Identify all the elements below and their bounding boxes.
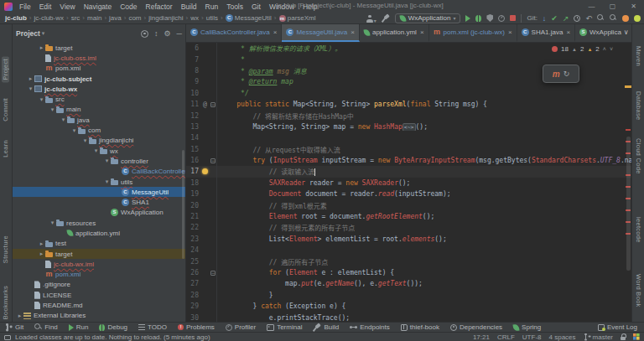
project-panel-title[interactable]: Project bbox=[16, 29, 40, 38]
plugin-orange-icon[interactable] bbox=[622, 15, 629, 22]
readonly-lock-icon[interactable] bbox=[621, 337, 626, 341]
tree-item-MessageUtil[interactable]: MessageUtil bbox=[13, 187, 185, 197]
toolwindow-button-terminal[interactable]: Terminal bbox=[267, 323, 302, 331]
stripe-button-learn[interactable]: Learn bbox=[2, 140, 9, 158]
git-branch-widget[interactable]: master bbox=[584, 333, 613, 341]
tree-arrow-icon[interactable]: ▾ bbox=[38, 96, 45, 103]
code-line-14[interactable]: 14 bbox=[186, 132, 631, 143]
coverage-button[interactable] bbox=[486, 14, 493, 22]
tree-arrow-icon[interactable]: ▾ bbox=[81, 137, 89, 144]
toolwindow-button-run[interactable]: Run bbox=[69, 323, 89, 331]
panel-settings-button[interactable]: ⚙ bbox=[164, 29, 171, 38]
toolwindow-button-find[interactable]: Find bbox=[34, 323, 58, 331]
breadcrumb-item-jc-club-wx[interactable]: jc-club-wx bbox=[34, 14, 64, 22]
run-button[interactable] bbox=[465, 15, 470, 22]
tree-arrow-icon[interactable]: ▾ bbox=[49, 220, 56, 226]
tree-item-com[interactable]: ▾com bbox=[13, 125, 185, 135]
git-commit-button[interactable]: ✔ bbox=[551, 14, 558, 23]
toolwindow-button-spring[interactable]: Spring bbox=[513, 323, 541, 331]
code-line-13[interactable]: 13 Map<String, String> map = new HashMap… bbox=[186, 121, 631, 132]
chevron-down-icon[interactable]: ▾ bbox=[42, 30, 45, 37]
menu-run[interactable]: Run bbox=[205, 3, 220, 11]
breadcrumb-item-parseXml[interactable]: parseXml bbox=[279, 14, 316, 22]
tree-arrow-icon[interactable]: ▸ bbox=[38, 251, 45, 257]
error-stripe[interactable] bbox=[625, 43, 631, 322]
breadcrumb-item-jingdianjichi[interactable]: jingdianjichi bbox=[148, 14, 183, 22]
tab-WxApplica[interactable]: WxApplica∨ bbox=[575, 24, 631, 42]
tree-item-src[interactable]: ▾src bbox=[13, 94, 185, 104]
code-line-18[interactable]: 18 SAXReader reader = new SAXReader(); bbox=[186, 178, 631, 189]
code-line-29[interactable]: 29 } catch (Exception e) { bbox=[186, 301, 631, 312]
toolwindow-button-dependencies[interactable]: Dependencies bbox=[450, 323, 502, 331]
caret-stripe-mark[interactable] bbox=[625, 85, 631, 88]
menu-file[interactable]: File bbox=[18, 3, 32, 11]
tab-CallBackController.java[interactable]: CallBackController.java× bbox=[186, 24, 282, 42]
toolwindow-button-build[interactable]: Build bbox=[313, 323, 339, 332]
code-line-21[interactable]: 21 Element root = document.getRootElemen… bbox=[186, 211, 631, 222]
tab-MessageUtil.java[interactable]: MessageUtil.java× bbox=[282, 24, 360, 42]
stripe-button-project[interactable]: Project bbox=[2, 56, 9, 82]
menu-refactor[interactable]: Refactor bbox=[145, 3, 174, 11]
history-button[interactable] bbox=[574, 15, 580, 22]
tree-arrow-icon[interactable]: ▾ bbox=[27, 85, 34, 92]
tree-item-jc-club-wx.iml[interactable]: jc-club-wx.iml bbox=[13, 259, 185, 269]
tree-item-LICENSE[interactable]: LICENSE bbox=[13, 290, 185, 300]
code-line-20[interactable]: 20 // 得到xml根元素 bbox=[186, 199, 631, 210]
breadcrumb-item-utils[interactable]: utils bbox=[206, 14, 218, 22]
debug-button[interactable] bbox=[475, 15, 481, 22]
code-line-16[interactable]: 16− try (InputStream inputStream = new B… bbox=[186, 155, 631, 166]
editor-scrollbar[interactable] bbox=[626, 137, 631, 271]
tree-item-External Libraries[interactable]: ▸External Libraries bbox=[13, 311, 185, 321]
stripe-button-commit[interactable]: Commit bbox=[2, 98, 9, 121]
code-line-19[interactable]: 19 Document document = reader.read(input… bbox=[186, 189, 631, 199]
menu-navigate[interactable]: Navigate bbox=[83, 3, 113, 11]
tree-item-test[interactable]: ▸test bbox=[13, 239, 185, 249]
tree-item-controller[interactable]: ▾controller bbox=[13, 156, 185, 166]
code-line-7[interactable]: 7 * bbox=[186, 54, 631, 65]
breadcrumb-item-MessageUtil[interactable]: MessageUtil bbox=[226, 14, 272, 22]
code-line-28[interactable]: 28 } bbox=[186, 290, 631, 301]
toolwindow-button-git[interactable]: Git bbox=[5, 323, 23, 331]
tree-item-WxApplication[interactable]: WxApplication bbox=[13, 208, 185, 218]
breadcrumb-item-wx[interactable]: wx bbox=[190, 14, 199, 22]
code-line-30[interactable]: 30 e.printStackTrace(); bbox=[186, 312, 631, 322]
prev-problem-button[interactable]: ˄ bbox=[603, 46, 606, 52]
tree-item-main[interactable]: ▾main bbox=[13, 105, 185, 115]
plugin-yellow-icon[interactable] bbox=[634, 15, 641, 22]
tree-item-utils[interactable]: ▾utils bbox=[13, 177, 185, 187]
run-configuration-select[interactable]: WxApplication ▾ bbox=[395, 13, 461, 23]
profiler-button[interactable] bbox=[498, 15, 505, 22]
code-line-24[interactable]: 24 bbox=[186, 245, 631, 256]
rollback-button[interactable]: ↶ bbox=[585, 14, 592, 23]
tree-scrollbar[interactable] bbox=[182, 150, 184, 259]
tree-arrow-icon[interactable]: ▾ bbox=[70, 127, 78, 134]
breadcrumb-item-com[interactable]: com bbox=[128, 14, 141, 22]
toolwindow-button-todo[interactable]: TODO bbox=[138, 323, 167, 331]
status-caret-position[interactable]: 17:21 bbox=[473, 333, 490, 341]
tree-arrow-icon[interactable]: ▸ bbox=[38, 44, 45, 51]
tree-item-CallBackController[interactable]: CallBackController bbox=[13, 167, 185, 177]
code-line-15[interactable]: 15 // 从request中取得输入流 bbox=[186, 144, 631, 155]
search-everywhere-button[interactable] bbox=[597, 14, 605, 22]
tree-arrow-icon[interactable]: ▾ bbox=[92, 147, 100, 154]
tree-item-pom.xml[interactable]: pom.xml bbox=[13, 270, 185, 280]
toolwindow-button-problems[interactable]: Problems bbox=[178, 323, 215, 331]
status-indent-style[interactable]: 4 spaces bbox=[549, 333, 576, 341]
tree-item-wx[interactable]: ▾wx bbox=[13, 146, 185, 156]
breadcrumb-item-src[interactable]: src bbox=[71, 14, 80, 22]
close-tab-icon[interactable]: × bbox=[566, 28, 570, 36]
stripe-button-leetcode[interactable]: leetcode bbox=[635, 217, 642, 243]
toolwindow-button-event-log[interactable]: Event Log bbox=[598, 323, 637, 331]
tree-arrow-icon[interactable]: ▸ bbox=[27, 75, 34, 82]
stripe-button-word-book[interactable]: Word Book bbox=[635, 274, 642, 307]
tree-item-target[interactable]: ▸target bbox=[13, 249, 185, 259]
git-update-button[interactable]: ↓ bbox=[543, 14, 547, 23]
tree-arrow-icon[interactable]: ▸ bbox=[16, 313, 23, 319]
code-editor[interactable]: 18 ▲ 2 ▲ 2 ˄ ˅ m ↻ 6 * 解析微信发来的请求（XML）。7 … bbox=[186, 43, 631, 322]
status-line-ending[interactable]: CRLF bbox=[497, 333, 515, 341]
tab-application.yml[interactable]: application.yml× bbox=[360, 24, 429, 42]
breadcrumb-item-main[interactable]: main bbox=[87, 14, 101, 22]
tree-item-.gitignore[interactable]: .gitignore bbox=[13, 280, 185, 290]
tree-arrow-icon[interactable]: ▾ bbox=[49, 106, 56, 113]
tree-item-SHA1[interactable]: SHA1 bbox=[13, 197, 185, 207]
